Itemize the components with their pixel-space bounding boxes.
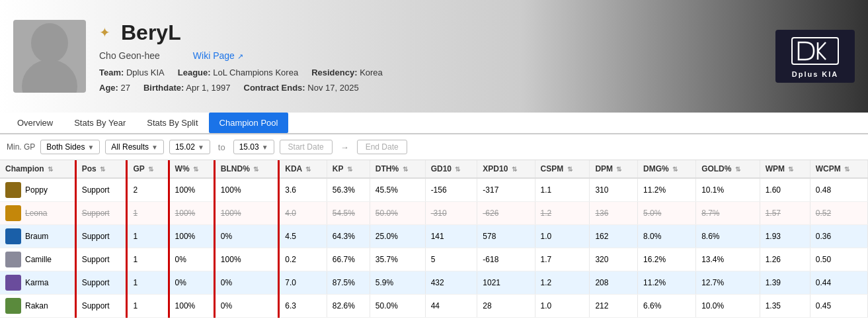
cell-dmg: 16.2%	[638, 248, 696, 271]
col-wcpm[interactable]: WCPM ⇅	[810, 160, 867, 178]
min-gp-label: Min. GP	[7, 142, 35, 152]
cell-wcpm: 0.36	[810, 225, 867, 248]
cell-dpm: 136	[590, 202, 638, 225]
cell-wcpm: 0.50	[810, 248, 867, 271]
col-blnd[interactable]: BLND% ⇅	[214, 160, 278, 178]
cell-kp: 82.6%	[327, 295, 370, 318]
cell-dpm: 212	[590, 295, 638, 318]
champion-name: Braum	[25, 232, 48, 241]
cell-kda: 7.0	[279, 271, 327, 295]
cell-gp: 1	[127, 295, 169, 318]
role-icon: ✦	[99, 24, 110, 40]
cell-pos: Support	[75, 295, 127, 318]
cell-wp: 100%	[169, 225, 214, 248]
cell-cspm: 1.0	[535, 225, 590, 248]
cell-blnd: 100%	[214, 202, 278, 225]
age-field: Age: 27	[99, 83, 130, 93]
champion-name: Karma	[25, 278, 48, 287]
cell-wcpm: 0.52	[810, 202, 867, 225]
champion-cell: Karma	[0, 271, 75, 295]
tab-stats-by-year[interactable]: Stats By Year	[63, 113, 136, 133]
cell-cspm: 1.7	[535, 248, 590, 271]
cell-dth: 50.0%	[370, 295, 425, 318]
col-dth[interactable]: DTH% ⇅	[370, 160, 425, 178]
cell-gp: 1	[127, 248, 169, 271]
cell-kda: 3.6	[279, 178, 327, 202]
cell-xpd10: -618	[477, 248, 535, 271]
all-results-select[interactable]: All Results ▼	[105, 140, 164, 154]
table-row: KarmaSupport10%0%7.087.5%5.9%43210211.22…	[0, 271, 868, 295]
end-date-input[interactable]: End Date	[357, 140, 407, 154]
col-gp[interactable]: GP ⇅	[127, 160, 169, 178]
col-xpd10[interactable]: XPD10 ⇅	[477, 160, 535, 178]
cell-wp: 0%	[169, 248, 214, 271]
cell-gd10: 141	[425, 225, 477, 248]
svg-line-4	[818, 42, 826, 51]
col-kda[interactable]: KDA ⇅	[279, 160, 327, 178]
svg-point-0	[31, 23, 68, 63]
champion-cell: Braum	[0, 225, 75, 248]
col-pos[interactable]: Pos ⇅	[75, 160, 127, 178]
both-sides-select[interactable]: Both Sides ▼	[40, 140, 100, 154]
wiki-link[interactable]: Wiki Page ↗	[193, 50, 243, 61]
cell-kda: 0.2	[279, 248, 327, 271]
cell-blnd: 0%	[214, 295, 278, 318]
champion-pool-table: Champion ⇅ Pos ⇅ GP ⇅ W% ⇅ BLND% ⇅ KDA ⇅	[0, 160, 868, 318]
date-from-select[interactable]: 15.02 ▼	[169, 140, 210, 154]
cell-wcpm: 0.44	[810, 271, 867, 295]
cell-wp: 100%	[169, 178, 214, 202]
cell-gold: 10.0%	[696, 295, 760, 318]
cell-wpm: 1.93	[760, 225, 810, 248]
champion-cell: Camille	[0, 248, 75, 271]
cell-wp: 100%	[169, 295, 214, 318]
cell-gd10: -156	[425, 178, 477, 202]
col-cspm[interactable]: CSPM ⇅	[535, 160, 590, 178]
cell-xpd10: -317	[477, 178, 535, 202]
champion-name: Rakan	[25, 301, 48, 310]
col-dmg[interactable]: DMG% ⇅	[638, 160, 696, 178]
date-to-select[interactable]: 15.03 ▼	[233, 140, 274, 154]
tab-stats-by-split[interactable]: Stats By Split	[136, 113, 208, 133]
col-dpm[interactable]: DPM ⇅	[590, 160, 638, 178]
team-field: Team: Dplus KIA	[99, 68, 165, 77]
cell-dpm: 310	[590, 178, 638, 202]
cell-dmg: 8.0%	[638, 225, 696, 248]
cell-dpm: 320	[590, 248, 638, 271]
kia-label: Dplus KIA	[792, 70, 839, 78]
col-wp[interactable]: W% ⇅	[169, 160, 214, 178]
cell-kp: 54.5%	[327, 202, 370, 225]
cell-kp: 56.3%	[327, 178, 370, 202]
cell-pos: Support	[75, 225, 127, 248]
cell-dth: 35.7%	[370, 248, 425, 271]
col-kp[interactable]: KP ⇅	[327, 160, 370, 178]
cell-pos: Support	[75, 178, 127, 202]
cell-gd10: -310	[425, 202, 477, 225]
league-field: League: LoL Champions Korea	[178, 68, 298, 77]
champion-name: Leona	[25, 209, 47, 218]
col-gold[interactable]: GOLD% ⇅	[696, 160, 760, 178]
cell-kda: 4.0	[279, 202, 327, 225]
cell-cspm: 1.2	[535, 202, 590, 225]
cell-blnd: 0%	[214, 225, 278, 248]
cell-dpm: 208	[590, 271, 638, 295]
cell-gd10: 44	[425, 295, 477, 318]
cell-pos: Support	[75, 248, 127, 271]
tab-champion-pool[interactable]: Champion Pool	[209, 113, 289, 133]
champion-name: Camille	[25, 255, 52, 264]
cell-dth: 45.5%	[370, 178, 425, 202]
cell-kp: 66.7%	[327, 248, 370, 271]
champion-name: Poppy	[25, 185, 48, 195]
cell-gold: 8.6%	[696, 225, 760, 248]
col-champion[interactable]: Champion ⇅	[0, 160, 75, 178]
col-wpm[interactable]: WPM ⇅	[760, 160, 810, 178]
cell-dmg: 11.2%	[638, 178, 696, 202]
col-gd10[interactable]: GD10 ⇅	[425, 160, 477, 178]
cell-wcpm: 0.48	[810, 178, 867, 202]
table-row: CamilleSupport10%100%0.266.7%35.7%5-6181…	[0, 248, 868, 271]
tab-overview[interactable]: Overview	[7, 113, 63, 133]
real-name: Cho Geon-hee	[99, 50, 160, 61]
start-date-input[interactable]: Start Date	[280, 140, 333, 154]
cell-gd10: 432	[425, 271, 477, 295]
cell-xpd10: 28	[477, 295, 535, 318]
cell-dpm: 162	[590, 225, 638, 248]
